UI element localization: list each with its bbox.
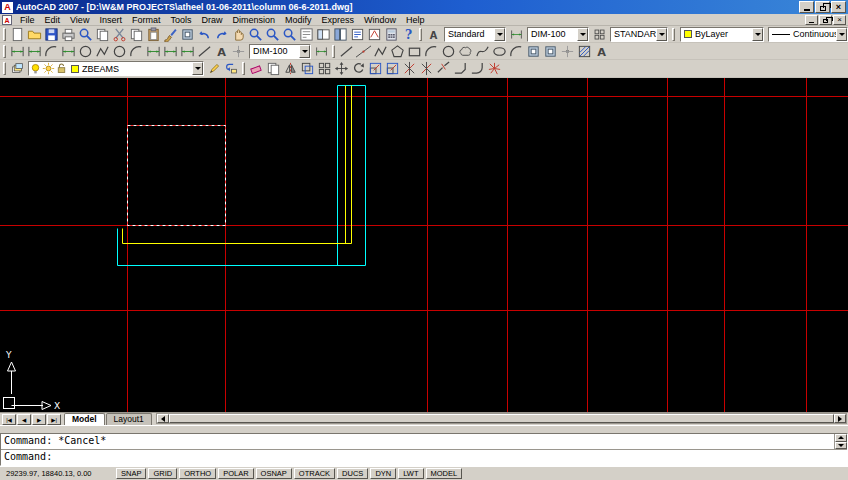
ellipse-arc-button[interactable] xyxy=(509,43,525,59)
dim-style-combo-2[interactable]: DIM-100 xyxy=(249,44,311,59)
revision-cloud-button[interactable] xyxy=(458,43,474,59)
move-button[interactable] xyxy=(334,61,350,77)
scroll-up-arrow[interactable] xyxy=(835,434,847,442)
prev-tab-button[interactable]: ◀ xyxy=(17,414,31,425)
arc-button[interactable] xyxy=(424,43,440,59)
scale-button[interactable] xyxy=(368,61,384,77)
table-style-dropdown-arrow[interactable] xyxy=(656,28,667,41)
rectangle-button[interactable] xyxy=(407,43,423,59)
layer-lock-icon[interactable] xyxy=(55,62,68,75)
construction-line-button[interactable] xyxy=(356,43,372,59)
toolbar-grip[interactable] xyxy=(3,45,6,58)
spline-button[interactable] xyxy=(475,43,491,59)
scrollbar-thumb[interactable] xyxy=(169,414,834,423)
cut-button[interactable] xyxy=(112,26,128,42)
dim-radius-button[interactable] xyxy=(78,43,94,59)
menu-file[interactable]: File xyxy=(15,14,40,26)
dim-tolerance-button[interactable]: A xyxy=(214,43,230,59)
point-button[interactable] xyxy=(560,43,576,59)
designcenter-button[interactable] xyxy=(316,26,332,42)
status-polar-button[interactable]: POLAR xyxy=(218,468,253,479)
chamfer-button[interactable] xyxy=(453,61,469,77)
pan-button[interactable] xyxy=(231,26,247,42)
circle-button[interactable] xyxy=(441,43,457,59)
menu-express[interactable]: Express xyxy=(317,14,360,26)
dim-style-dropdown-arrow[interactable] xyxy=(299,45,310,58)
scroll-down-arrow[interactable] xyxy=(835,442,847,450)
toolbar-grip[interactable] xyxy=(3,28,6,41)
offset-button[interactable] xyxy=(300,61,316,77)
dim-arc-length-button[interactable] xyxy=(44,43,60,59)
command-window-grip[interactable] xyxy=(0,425,848,433)
document-minimize-button[interactable] xyxy=(805,15,818,25)
layer-combo[interactable]: ZBEAMS xyxy=(28,61,204,76)
next-tab-button[interactable]: ▶ xyxy=(32,414,46,425)
dim-update-button[interactable] xyxy=(314,43,330,59)
status-grid-button[interactable]: GRID xyxy=(148,468,177,479)
dim-aligned-button[interactable] xyxy=(27,43,43,59)
trim-button[interactable] xyxy=(402,61,418,77)
restore-button[interactable] xyxy=(815,1,830,13)
last-tab-button[interactable]: ▶| xyxy=(47,414,61,425)
color-control-dropdown-arrow[interactable] xyxy=(752,28,763,41)
open-button[interactable] xyxy=(27,26,43,42)
status-dyn-button[interactable]: DYN xyxy=(370,468,396,479)
copy-object-button[interactable] xyxy=(266,61,282,77)
table-style-combo[interactable]: STANDARD xyxy=(610,27,668,42)
menu-insert[interactable]: Insert xyxy=(94,14,127,26)
tab-model[interactable]: Model xyxy=(64,413,105,425)
command-scrollbar[interactable] xyxy=(834,434,847,449)
text-style-combo[interactable]: Standard xyxy=(444,27,506,42)
command-history[interactable]: Command: *Cancel* xyxy=(1,434,847,450)
command-prompt-input[interactable]: Command: xyxy=(1,450,847,465)
fillet-button[interactable] xyxy=(470,61,486,77)
polygon-button[interactable] xyxy=(390,43,406,59)
plot-button[interactable] xyxy=(61,26,77,42)
mirror-button[interactable] xyxy=(283,61,299,77)
status-otrack-button[interactable]: OTRACK xyxy=(294,468,335,479)
first-tab-button[interactable]: |◀ xyxy=(2,414,16,425)
drawing-file-icon[interactable]: A xyxy=(2,15,12,25)
dim-quick-button[interactable] xyxy=(146,43,162,59)
table-style-button[interactable] xyxy=(592,26,608,42)
toolbar-grip[interactable] xyxy=(3,62,6,75)
menu-help[interactable]: Help xyxy=(401,14,430,26)
menu-window[interactable]: Window xyxy=(359,14,401,26)
toolbar-grip[interactable] xyxy=(332,45,335,58)
line-button[interactable] xyxy=(339,43,355,59)
status-lwt-button[interactable]: LWT xyxy=(398,468,423,479)
publish-button[interactable] xyxy=(95,26,111,42)
zoom-previous-button[interactable] xyxy=(282,26,298,42)
block-editor-button[interactable] xyxy=(180,26,196,42)
dim-style-dropdown-arrow[interactable] xyxy=(577,28,588,41)
break-button[interactable] xyxy=(436,61,452,77)
menu-modify[interactable]: Modify xyxy=(280,14,317,26)
text-style-button[interactable]: A xyxy=(426,26,442,42)
help-button[interactable]: ? xyxy=(401,26,417,42)
dim-ordinate-button[interactable] xyxy=(61,43,77,59)
status-ortho-button[interactable]: ORTHO xyxy=(179,468,216,479)
coordinates-readout[interactable]: 29239.97, 18840.13, 0.00 xyxy=(4,469,116,478)
linetype-dropdown-arrow[interactable] xyxy=(836,28,847,41)
dim-diameter-button[interactable] xyxy=(112,43,128,59)
make-block-button[interactable] xyxy=(543,43,559,59)
menu-view[interactable]: View xyxy=(65,14,94,26)
document-close-button[interactable]: × xyxy=(833,15,846,25)
status-model-button[interactable]: MODEL xyxy=(426,468,463,479)
extend-button[interactable] xyxy=(419,61,435,77)
layer-color-swatch[interactable] xyxy=(71,65,79,73)
dim-continue-button[interactable] xyxy=(180,43,196,59)
redo-button[interactable] xyxy=(214,26,230,42)
ellipse-button[interactable] xyxy=(492,43,508,59)
zoom-window-button[interactable] xyxy=(265,26,281,42)
layer-properties-button[interactable] xyxy=(10,61,26,77)
color-control-combo[interactable]: ByLayer xyxy=(680,27,764,42)
plot-preview-button[interactable] xyxy=(78,26,94,42)
undo-button[interactable] xyxy=(197,26,213,42)
status-snap-button[interactable]: SNAP xyxy=(116,468,146,479)
menu-edit[interactable]: Edit xyxy=(40,14,66,26)
dim-center-mark-button[interactable] xyxy=(231,43,247,59)
menu-tools[interactable]: Tools xyxy=(165,14,196,26)
match-properties-button[interactable] xyxy=(163,26,179,42)
insert-block-button[interactable] xyxy=(526,43,542,59)
